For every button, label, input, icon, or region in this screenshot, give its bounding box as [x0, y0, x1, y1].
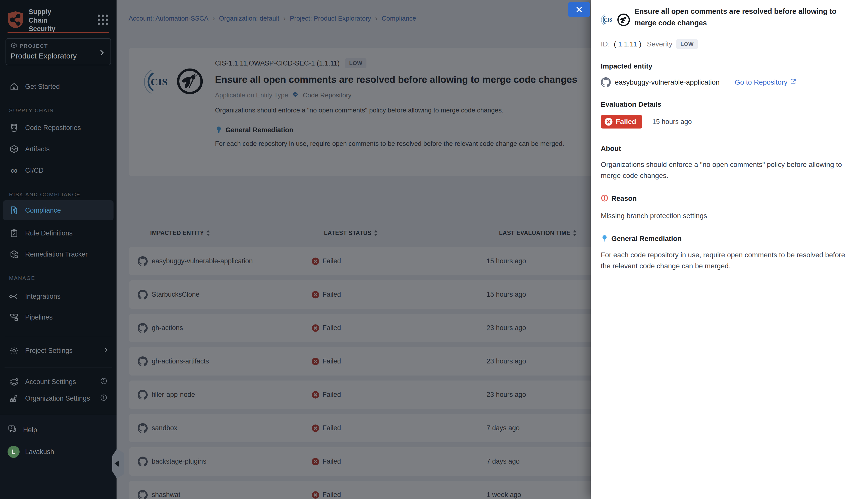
- sidebar-item-label: Organization Settings: [25, 394, 90, 402]
- impacted-entity-heading: Impacted entity: [601, 62, 858, 70]
- clipboard-check-icon: [9, 228, 19, 238]
- user-menu[interactable]: L Lavakush: [8, 446, 54, 458]
- section-header-supply-chain: SUPPLY CHAIN: [9, 107, 54, 113]
- id-label: ID:: [601, 40, 610, 48]
- lightbulb-icon: [601, 234, 608, 243]
- evaluation-time: 15 hours ago: [652, 118, 692, 126]
- status-label: Failed: [616, 118, 636, 126]
- sidebar-item-label: Compliance: [25, 207, 61, 214]
- compliance-doc-icon: [9, 205, 19, 215]
- box-wrench-icon: [9, 249, 19, 259]
- failed-icon: [604, 118, 613, 126]
- close-drawer-button[interactable]: [568, 2, 590, 17]
- remediation-heading: General Remediation: [611, 235, 682, 243]
- go-to-repository-link[interactable]: Go to Repository: [735, 78, 796, 87]
- infinity-icon: ∞: [9, 166, 19, 175]
- project-name: Product Exploratory: [11, 52, 106, 60]
- shield-logo-icon: [8, 11, 24, 30]
- help-chat-icon: ?: [8, 424, 17, 436]
- evaluation-details-heading: Evaluation Details: [601, 100, 858, 108]
- pipelines-icon: [9, 312, 19, 322]
- chevron-right-icon: [103, 346, 109, 355]
- sidebar: Supply Chain Security PROJECT Product Ex…: [0, 0, 117, 499]
- app-logo: Supply Chain Security: [8, 8, 71, 33]
- severity-label: Severity: [647, 40, 672, 48]
- reason-heading: Reason: [611, 195, 637, 203]
- cis-logo-icon: CIS: [601, 13, 614, 27]
- sidebar-item-account-settings[interactable]: Account Settings: [3, 374, 113, 390]
- sidebar-item-remediation-tracker[interactable]: Remediation Tracker: [3, 246, 113, 263]
- about-heading: About: [601, 145, 858, 153]
- sidebar-item-label: Get Started: [25, 83, 60, 90]
- severity-badge: LOW: [676, 39, 698, 49]
- modal-overlay[interactable]: [117, 0, 591, 499]
- remediation-text: For each code repository in use, require…: [601, 250, 853, 271]
- code-repository-icon: [9, 123, 19, 133]
- owasp-logo-icon: [617, 13, 630, 28]
- sidebar-item-label: Project Settings: [25, 347, 73, 355]
- sidebar-item-organization-settings[interactable]: Organization Settings: [3, 390, 113, 406]
- github-icon: [601, 77, 611, 87]
- sidebar-item-label: CI/CD: [25, 167, 44, 174]
- chevron-right-icon: [97, 47, 106, 59]
- project-selector[interactable]: PROJECT Product Exploratory: [5, 38, 111, 65]
- box-icon: [9, 144, 19, 154]
- entity-name: easybuggy-vulnerable-application: [615, 78, 720, 86]
- sidebar-item-label: Remediation Tracker: [25, 251, 88, 258]
- app-grid-icon[interactable]: [98, 14, 108, 25]
- reason-text: Missing branch protection settings: [601, 210, 853, 221]
- sidebar-item-label: Integrations: [25, 293, 61, 301]
- org-gear-icon: [9, 393, 19, 403]
- sidebar-footer: ? Help L Lavakush: [0, 415, 117, 499]
- sidebar-item-label: Pipelines: [25, 314, 53, 321]
- collapse-arrow-icon: [114, 460, 119, 467]
- sidebar-item-integrations[interactable]: Integrations: [3, 288, 113, 305]
- app-title: Supply Chain Security: [29, 8, 71, 33]
- divider: [4, 336, 112, 336]
- external-link-icon: [790, 78, 796, 87]
- sidebar-item-code-repositories[interactable]: Code Repositories: [3, 120, 113, 136]
- rule-detail-drawer: CIS Ensure all open comments are resolve…: [591, 0, 868, 499]
- drawer-title: Ensure all open comments are resolved be…: [635, 5, 858, 28]
- failed-status-badge: Failed: [601, 115, 642, 129]
- help-label: Help: [23, 426, 37, 434]
- id-value: ( 1.1.11 ): [614, 40, 641, 48]
- logo-divider: [8, 32, 109, 33]
- app-root: Supply Chain Security PROJECT Product Ex…: [0, 0, 868, 499]
- close-icon: [575, 6, 583, 13]
- cube-icon: [11, 42, 17, 50]
- sidebar-item-rule-definitions[interactable]: Rule Definitions: [3, 225, 113, 242]
- standard-logos: CIS: [601, 13, 630, 28]
- sidebar-item-project-settings[interactable]: Project Settings: [3, 342, 113, 359]
- help-button[interactable]: ? Help: [8, 424, 37, 436]
- svg-text:CIS: CIS: [604, 17, 612, 23]
- svg-text:?: ?: [11, 426, 13, 430]
- about-text: Organizations should enforce a "no open …: [601, 159, 853, 181]
- avatar: L: [8, 446, 20, 458]
- home-icon: [9, 82, 19, 92]
- sidebar-item-compliance[interactable]: Compliance: [3, 200, 113, 220]
- gear-icon: [9, 346, 19, 356]
- section-header-risk-compliance: RISK AND COMPLIANCE: [9, 192, 81, 197]
- project-label: PROJECT: [20, 43, 48, 49]
- user-name: Lavakush: [25, 448, 54, 456]
- sidebar-item-pipelines[interactable]: Pipelines: [3, 309, 113, 326]
- sidebar-item-label: Artifacts: [25, 145, 50, 153]
- sidebar-item-label: Account Settings: [25, 378, 76, 386]
- info-icon[interactable]: [100, 377, 108, 387]
- sidebar-item-cicd[interactable]: ∞ CI/CD: [3, 162, 113, 179]
- layers-gear-icon: [9, 377, 19, 387]
- divider: [4, 367, 112, 367]
- integrations-icon: [9, 291, 19, 302]
- section-header-manage: MANAGE: [9, 275, 35, 281]
- alert-circle-icon: [601, 194, 608, 203]
- sidebar-item-artifacts[interactable]: Artifacts: [3, 141, 113, 157]
- info-icon[interactable]: [100, 394, 108, 403]
- sidebar-item-label: Code Repositories: [25, 124, 81, 132]
- repo-link-label: Go to Repository: [735, 78, 787, 86]
- sidebar-item-get-started[interactable]: Get Started: [3, 78, 113, 95]
- sidebar-item-label: Rule Definitions: [25, 229, 73, 237]
